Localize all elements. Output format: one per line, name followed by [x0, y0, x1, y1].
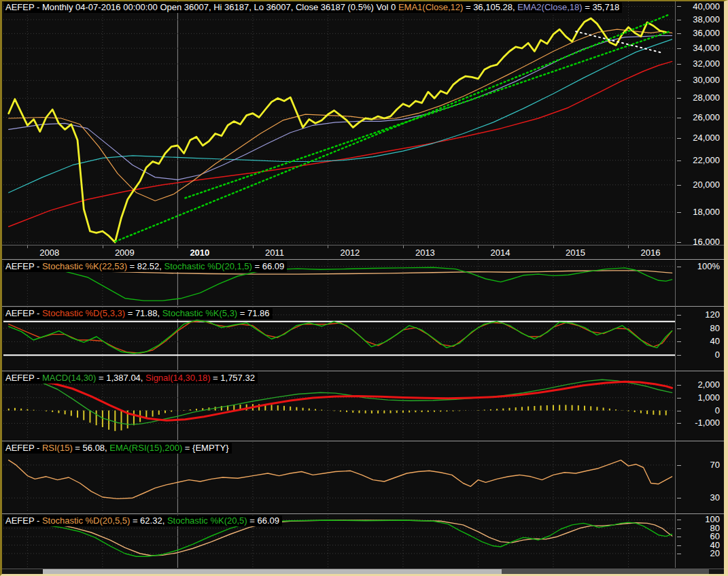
- y-tick-mark: [677, 411, 681, 411]
- x-tick-mark: [177, 245, 178, 248]
- title-segment: = 71.88,: [125, 308, 162, 318]
- title-segment: = 1,387.04,: [96, 373, 145, 383]
- x-tick-mark: [403, 245, 404, 248]
- y-tick-label: 24,000: [693, 133, 720, 143]
- title-segment: AEFEP -: [5, 443, 42, 453]
- main-price-chart[interactable]: AEFEP - Monthly 04-07-2016 00:00:00 Open…: [3, 1, 675, 245]
- stoch2253-title: AEFEP - Stochastic %K(22,53) = 82.52, St…: [4, 261, 287, 272]
- y-tick-label: 20,000: [693, 180, 720, 190]
- y-tick-mark: [677, 520, 681, 520]
- y-tick-mark: [677, 212, 681, 213]
- x-tick-mark: [328, 245, 328, 248]
- y-tick-label: 28,000: [693, 92, 720, 103]
- stochastic-2253-panel[interactable]: AEFEP - Stochastic %K(22,53) = 82.52, St…: [3, 260, 675, 305]
- signal-line: [9, 381, 672, 420]
- y-tick-mark: [677, 64, 681, 65]
- y-tick-mark: [677, 242, 681, 243]
- stoch-d-2015: [9, 267, 672, 301]
- stochastic-533-panel[interactable]: AEFEP - Stochastic %D(5,3,3) = 71.88, St…: [3, 307, 675, 370]
- scroll-right-area[interactable]: [502, 569, 709, 574]
- stoch-k-53: [9, 320, 672, 354]
- x-tick-label: 2008: [39, 248, 59, 258]
- title-segment: MACD(14,30): [42, 373, 96, 383]
- y-tick-mark: [677, 528, 681, 529]
- title-segment: AEFEP -: [5, 308, 42, 318]
- title-segment: = 71.86: [237, 308, 269, 318]
- y-tick-label: 20: [710, 548, 720, 558]
- stoch2253-axis-labels: 100%: [676, 260, 724, 305]
- title-segment: EMA(RSI(15),200): [109, 443, 182, 453]
- y-tick-mark: [677, 185, 681, 186]
- x-tick-mark: [478, 245, 479, 248]
- y-tick-label: 70: [710, 460, 720, 470]
- stoch-d-533: [9, 321, 672, 354]
- x-tick-mark: [553, 245, 554, 248]
- y-tick-mark: [677, 80, 681, 81]
- y-tick-label: 26,000: [693, 112, 720, 122]
- title-segment: = 56.08,: [73, 443, 110, 453]
- panel-separator: [2, 306, 724, 307]
- stochastic-2055-panel[interactable]: AEFEP - Stochastic %D(20,5,5) = 62.32, S…: [3, 515, 675, 568]
- y-tick-mark: [677, 385, 681, 386]
- x-tick-mark: [103, 245, 103, 248]
- title-segment: = 35,718: [583, 2, 620, 12]
- green-trendline-lower: [185, 31, 670, 198]
- title-segment: = 1,757.32: [210, 373, 254, 383]
- y-tick-mark: [677, 423, 681, 424]
- scroll-thumb[interactable]: [43, 569, 502, 574]
- title-segment: Stochastic %K(20,5): [167, 515, 247, 526]
- title-segment: = 62.32,: [130, 515, 167, 526]
- y-tick-label: 40,000: [693, 1, 720, 12]
- y-tick-mark: [677, 98, 681, 99]
- y-tick-label: 40: [710, 336, 720, 346]
- title-segment: = 82.52,: [127, 261, 164, 271]
- y-tick-label: 1,000: [697, 392, 720, 403]
- main-title: AEFEP - Monthly 04-07-2016 00:00:00 Open…: [4, 2, 622, 13]
- y-tick-mark: [677, 328, 681, 329]
- rsi-panel[interactable]: AEFEP - RSI(15) = 56.08, EMA(RSI(15),200…: [3, 442, 675, 513]
- title-segment: = 66.09: [252, 261, 284, 271]
- macd-panel[interactable]: AEFEP - MACD(14,30) = 1,387.04, Signal(1…: [3, 372, 675, 440]
- y-tick-label: 16,000: [693, 237, 720, 245]
- panel-separator: [2, 513, 724, 514]
- horizontal-scrollbar[interactable]: [2, 569, 724, 574]
- y-tick-label: -1,000: [695, 418, 720, 428]
- y-tick-mark: [677, 398, 681, 399]
- x-tick-mark: [628, 245, 629, 248]
- y-tick-mark: [677, 498, 681, 498]
- x-tick-label: 2010: [190, 248, 209, 258]
- y-tick-mark: [677, 554, 681, 554]
- y-tick-label: 30,000: [693, 75, 720, 85]
- rsi-title: AEFEP - RSI(15) = 56.08, EMA(RSI(15),200…: [4, 443, 232, 454]
- title-segment: = 66.09: [247, 515, 279, 526]
- y-tick-label: 120: [705, 309, 720, 320]
- macd-line: [9, 379, 672, 424]
- rsi-axis-labels: 7030: [676, 442, 724, 513]
- ema2-line: [9, 35, 672, 180]
- scroll-corner: [709, 569, 724, 574]
- y-tick-label: 30: [710, 492, 720, 503]
- x-axis-row: 200820092010201120122013201420152016: [3, 245, 675, 259]
- title-segment: Stochastic %K(22,53): [42, 261, 127, 271]
- x-tick-mark: [27, 245, 28, 248]
- title-segment: = 36,105.28,: [463, 2, 517, 12]
- panel-separator: [2, 371, 724, 371]
- title-segment: RSI(15): [42, 443, 73, 453]
- x-tick-label: 2012: [340, 248, 360, 258]
- macd-axis-labels: 2,0001,0000-1,000: [676, 372, 724, 440]
- title-segment: Stochastic %D(20,5,5): [42, 515, 130, 526]
- y-tick-label: 32,000: [693, 58, 720, 69]
- y-tick-label: 2,000: [697, 379, 720, 390]
- price-axis-labels: 40,00038,00036,00034,00032,00030,00028,0…: [676, 1, 724, 245]
- x-tick-label: 2014: [490, 248, 510, 258]
- y-tick-mark: [677, 465, 681, 466]
- title-segment: Stochastic %D(20,1,5): [164, 261, 252, 271]
- chart-application-window: AEFEP - Monthly 04-07-2016 00:00:00 Open…: [0, 0, 728, 576]
- rsi-line: [9, 460, 672, 499]
- title-segment: Signal(14,30,18): [145, 373, 210, 383]
- scroll-left-area[interactable]: [2, 569, 43, 574]
- y-tick-label: 18,000: [693, 207, 720, 217]
- x-tick-label: 2016: [640, 248, 660, 258]
- y-tick-label: 80: [710, 323, 720, 333]
- y-tick-label: 0: [715, 350, 720, 360]
